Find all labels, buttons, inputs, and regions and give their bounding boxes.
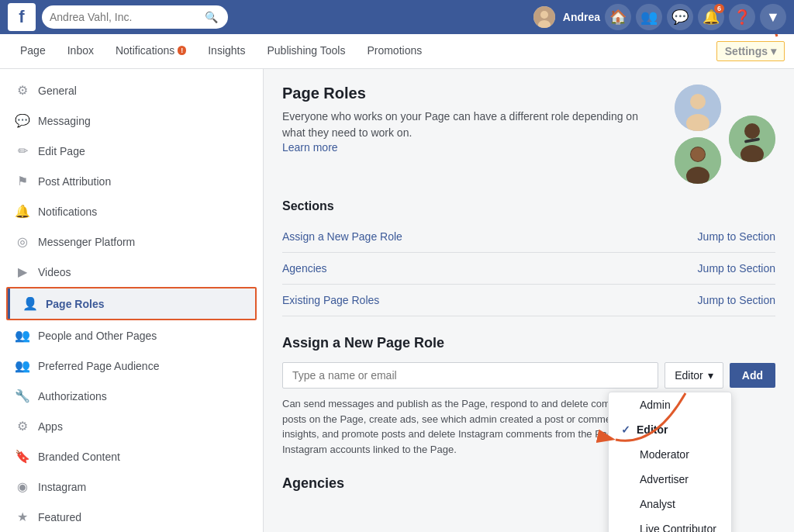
search-bar[interactable]: 🔍 [42, 5, 228, 29]
learn-more-link[interactable]: Learn more [282, 141, 338, 154]
search-input[interactable] [50, 11, 205, 23]
audience-icon: 👥 [15, 358, 30, 373]
avatars-group [675, 92, 775, 184]
section-link-existing[interactable]: Existing Page Roles [282, 294, 379, 306]
sub-nav-notifications[interactable]: Notifications ! [105, 34, 197, 69]
jump-link-0[interactable]: Jump to Section [698, 230, 775, 243]
more-icon[interactable]: ▼ [760, 4, 786, 30]
assign-section: Assign a New Page Role Editor ▾ Add [282, 335, 775, 457]
star-icon: ★ [15, 510, 30, 524]
svg-point-10 [691, 147, 705, 161]
role-option-editor[interactable]: ✓ Editor [609, 417, 731, 442]
sidebar-item-notifications[interactable]: 🔔 Notifications [0, 196, 263, 226]
post-icon: ⚑ [15, 174, 30, 188]
avatar-3 [675, 137, 721, 184]
sidebar-item-featured[interactable]: ★ Featured [0, 502, 263, 532]
avatar-2 [729, 116, 775, 162]
section-row-0: Assign a New Page Role Jump to Section [282, 221, 775, 253]
assign-title: Assign a New Page Role [282, 335, 775, 351]
facebook-logo: f [8, 3, 36, 31]
dropdown-chevron-icon: ▾ [708, 369, 713, 382]
sidebar-item-preferred-page-audience[interactable]: 👥 Preferred Page Audience [0, 351, 263, 381]
main-content: Page Roles Everyone who works on your Pa… [264, 69, 794, 532]
sidebar-item-authorizations[interactable]: 🔧 Authorizations [0, 381, 263, 411]
bell-icon: 🔔 [15, 204, 30, 219]
sidebar-item-edit-page[interactable]: ✏ Edit Page [0, 136, 263, 166]
video-icon: ▶ [15, 264, 30, 279]
help-icon[interactable]: ❓ [729, 4, 755, 30]
role-dropdown-trigger[interactable]: Editor ▾ [665, 362, 723, 389]
role-option-analyst[interactable]: Analyst [609, 492, 731, 516]
svg-point-1 [540, 11, 548, 19]
sidebar-item-apps[interactable]: ⚙ Apps [0, 411, 263, 441]
gear-icon: ⚙ [15, 83, 30, 98]
settings-button[interactable]: Settings ▾ [716, 41, 785, 61]
chevron-down-icon: ▾ [771, 45, 776, 57]
branded-icon: 🔖 [15, 449, 30, 464]
edit-icon: ✏ [15, 143, 30, 158]
messaging-icon: 💬 [15, 113, 30, 128]
role-option-live-contributor[interactable]: Live Contributor [609, 516, 731, 532]
nav-right: Andrea 🏠 👥 💬 🔔 6 ❓ ▼ [533, 4, 786, 30]
user-name: Andrea [563, 11, 600, 23]
sidebar-item-instagram[interactable]: ◉ Instagram [0, 472, 263, 502]
sections-container: Sections Assign a New Page Role Jump to … [282, 199, 775, 316]
sidebar-item-general[interactable]: ⚙ General [0, 75, 263, 105]
messenger-icon[interactable]: 💬 [667, 4, 693, 30]
page-roles-description: Everyone who works on your Page can have… [282, 109, 639, 141]
avatar-svg [533, 6, 555, 28]
sidebar: ⚙ General 💬 Messaging ✏ Edit Page ⚑ Post… [0, 69, 264, 532]
svg-point-12 [744, 123, 760, 139]
page-roles-header: Page Roles Everyone who works on your Pa… [282, 85, 775, 184]
home-btn[interactable]: 🏠 [605, 4, 631, 30]
role-option-moderator[interactable]: Moderator [609, 442, 731, 467]
page-roles-title: Page Roles [282, 85, 639, 102]
sidebar-item-branded-content[interactable]: 🔖 Branded Content [0, 441, 263, 472]
instagram-icon: ◉ [15, 479, 30, 494]
sub-nav-publishing-tools[interactable]: Publishing Tools [256, 34, 356, 69]
notifications-icon[interactable]: 🔔 6 [698, 4, 724, 30]
sub-nav-promotions[interactable]: Promotions [356, 34, 433, 69]
role-option-admin[interactable]: Admin [609, 392, 731, 417]
apps-icon: ⚙ [15, 419, 30, 434]
person-icon: 👤 [22, 296, 38, 311]
jump-link-2[interactable]: Jump to Section [698, 294, 775, 306]
sidebar-item-people-other-pages[interactable]: 👥 People and Other Pages [0, 320, 263, 351]
role-option-advertiser[interactable]: Advertiser [609, 467, 731, 492]
assign-input[interactable] [282, 362, 658, 389]
check-icon: ✓ [621, 423, 630, 436]
page-roles-text: Page Roles Everyone who works on your Pa… [282, 85, 639, 154]
top-nav: f 🔍 Andrea 🏠 👥 💬 🔔 6 ❓ ▼ [0, 0, 794, 34]
search-icon: 🔍 [205, 11, 218, 23]
assign-row: Editor ▾ Add Adm [282, 362, 775, 389]
sidebar-item-post-attribution[interactable]: ⚑ Post Attribution [0, 166, 263, 196]
section-link-assign[interactable]: Assign a New Page Role [282, 230, 402, 243]
section-link-agencies[interactable]: Agencies [282, 262, 327, 275]
svg-point-5 [690, 94, 706, 109]
sidebar-item-videos[interactable]: ▶ Videos [0, 257, 263, 287]
sub-nav-page[interactable]: Page [9, 34, 57, 69]
notification-badge: 6 [714, 4, 724, 13]
notifications-badge: ! [178, 46, 186, 55]
add-button[interactable]: Add [730, 363, 775, 388]
jump-link-1[interactable]: Jump to Section [698, 262, 775, 275]
section-row-2: Existing Page Roles Jump to Section [282, 285, 775, 316]
auth-icon: 🔧 [15, 389, 30, 403]
messenger-platform-icon: ◎ [15, 234, 30, 249]
section-row-1: Agencies Jump to Section [282, 253, 775, 285]
sidebar-item-messenger-platform[interactable]: ◎ Messenger Platform [0, 226, 263, 257]
sidebar-item-messaging[interactable]: 💬 Messaging [0, 105, 263, 136]
sub-nav-insights[interactable]: Insights [197, 34, 256, 69]
avatar-1 [675, 85, 721, 131]
main-layout: ⚙ General 💬 Messaging ✏ Edit Page ⚑ Post… [0, 69, 794, 532]
role-dropdown: Admin ✓ Editor Moderator Advertiser [608, 392, 732, 532]
people-icon: 👥 [15, 328, 30, 343]
avatar [533, 6, 555, 28]
friends-icon[interactable]: 👥 [636, 4, 662, 30]
sub-nav: Page Inbox Notifications ! Insights Publ… [0, 34, 794, 69]
sub-nav-inbox[interactable]: Inbox [57, 34, 105, 69]
sections-title: Sections [282, 199, 775, 213]
sidebar-item-page-roles[interactable]: 👤 Page Roles [8, 288, 255, 319]
